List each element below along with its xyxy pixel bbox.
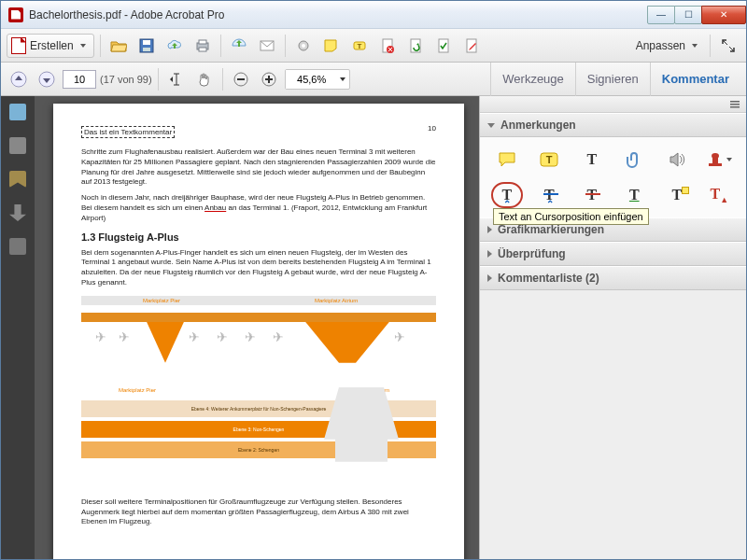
open-button[interactable] <box>106 34 131 58</box>
titlebar: Bachelorthesis.pdf - Adobe Acrobat Pro —… <box>1 1 746 29</box>
fullscreen-button[interactable] <box>716 34 740 58</box>
separator <box>100 35 101 57</box>
floppy-icon <box>138 37 155 54</box>
maximize-button[interactable]: ☐ <box>674 6 702 24</box>
main-toolbar: Erstellen T <box>1 29 746 63</box>
zoom-in-button[interactable] <box>257 67 281 91</box>
heading: 1.3 Flugsteig A-Plus <box>81 231 436 243</box>
svg-rect-2 <box>143 48 150 51</box>
page-up-button[interactable] <box>7 67 31 91</box>
envelope-icon <box>259 37 275 54</box>
stamp-icon <box>706 151 725 168</box>
figure-section: Marktplatz Pier Marktplatz Atrium Ebene … <box>81 387 436 490</box>
t-underline-icon: T <box>629 187 640 203</box>
speech-bubble-icon <box>498 151 516 168</box>
zoom-input[interactable] <box>286 70 338 89</box>
svg-rect-21 <box>730 104 740 105</box>
acrobat-icon <box>8 7 23 22</box>
signature-panel-icon[interactable] <box>9 238 26 255</box>
svg-rect-15 <box>467 39 476 52</box>
thumbnails-icon[interactable] <box>9 104 26 120</box>
tooltip: Text an Cursorposition einfügen <box>493 208 649 225</box>
page-edit-icon <box>463 37 480 54</box>
record-audio-tool[interactable] <box>661 147 693 173</box>
chevron-right-icon <box>487 226 492 233</box>
select-tool-button[interactable] <box>164 67 189 91</box>
arrow-down-icon <box>38 71 55 88</box>
page-down-button[interactable] <box>35 67 59 91</box>
chevron-right-icon <box>487 274 492 282</box>
note-icon <box>323 37 340 54</box>
print-button[interactable] <box>190 34 215 58</box>
tab-tools[interactable]: Werkzeuge <box>490 63 575 96</box>
zoom-out-button[interactable] <box>229 67 253 91</box>
figure-plan: Marktplatz Pier Marktplatz Atrium ✈ ✈ ✈ … <box>81 296 436 380</box>
text-comment[interactable]: Das ist ein Textkommentar <box>81 126 175 138</box>
customize-label: Anpassen <box>636 39 685 52</box>
sticky-note-tool[interactable] <box>491 147 523 173</box>
close-button[interactable]: ✕ <box>701 6 746 24</box>
page-count: (17 von 99) <box>100 74 152 85</box>
add-text-tool[interactable]: T <box>576 147 608 173</box>
attachments-icon[interactable] <box>9 204 26 221</box>
zoom-dropdown[interactable] <box>285 69 350 90</box>
speaker-icon <box>669 151 685 168</box>
hand-tool-button[interactable] <box>192 67 217 91</box>
text-correction-tool[interactable]: T▲ <box>704 182 736 208</box>
highlight-button[interactable]: T <box>347 34 372 58</box>
svg-rect-20 <box>730 101 740 103</box>
arrow-up-icon <box>10 71 27 88</box>
minimize-button[interactable]: — <box>647 6 675 24</box>
hand-icon <box>196 71 213 88</box>
expand-icon <box>720 37 737 54</box>
svg-rect-5 <box>199 48 206 51</box>
panel-options-row <box>480 96 746 113</box>
page-delete-icon <box>379 37 396 54</box>
highlight-text-tool[interactable]: T <box>534 147 566 173</box>
page-input[interactable] <box>63 70 96 89</box>
chevron-down-icon <box>340 77 345 81</box>
t-icon: T <box>586 151 597 168</box>
add-note-to-text-tool[interactable]: T <box>661 182 693 208</box>
gear-icon <box>295 37 312 54</box>
chevron-down-icon <box>80 44 86 48</box>
email-button[interactable] <box>255 34 279 58</box>
share-button[interactable] <box>227 34 251 58</box>
pages-icon[interactable] <box>9 137 26 154</box>
body: Das ist ein Textkommentar 10 Schritte zu… <box>1 96 746 559</box>
svg-rect-14 <box>439 39 448 52</box>
sticky-note-button[interactable] <box>319 34 344 58</box>
section-review[interactable]: Überprüfung <box>480 242 746 266</box>
tab-comment[interactable]: Kommentar <box>650 63 740 96</box>
window-title: Bachelorthesis.pdf - Adobe Acrobat Pro <box>29 8 648 21</box>
save-button[interactable] <box>134 34 159 58</box>
share-icon <box>231 37 247 54</box>
stamp-tool[interactable] <box>704 147 736 173</box>
section-comment-list[interactable]: Kommentarliste (2) <box>480 266 746 290</box>
t-strike-replace-icon: T⌃ <box>544 187 555 203</box>
cloud-button[interactable] <box>162 34 187 58</box>
paragraph: Schritte zum Flughafenausbau realisiert.… <box>81 147 436 188</box>
page-tool-button[interactable] <box>431 34 456 58</box>
section-annotations[interactable]: Anmerkungen <box>480 113 746 137</box>
document-area[interactable]: Das ist ein Textkommentar 10 Schritte zu… <box>35 96 479 559</box>
panel-options-icon[interactable] <box>729 99 740 110</box>
chevron-down-icon <box>692 44 698 48</box>
remove-page-button[interactable] <box>375 34 400 58</box>
customize-button[interactable]: Anpassen <box>629 34 704 58</box>
rotate-page-button[interactable] <box>403 34 428 58</box>
printer-icon <box>194 37 211 54</box>
insert-text-tool[interactable]: T⌃ Text an Cursorposition einfügen <box>491 182 523 208</box>
underline-tool[interactable]: T <box>619 182 651 208</box>
t-red-icon: T▲ <box>710 186 728 204</box>
attach-file-tool[interactable] <box>619 147 651 173</box>
bookmarks-icon[interactable] <box>9 171 26 188</box>
edit-page-button[interactable] <box>459 34 484 58</box>
right-tabs: Werkzeuge Signieren Kommentar <box>490 63 740 96</box>
replace-text-tool[interactable]: T⌃ <box>534 182 566 208</box>
settings-button[interactable] <box>291 34 316 58</box>
create-button[interactable]: Erstellen <box>7 34 94 58</box>
strikethrough-tool[interactable]: T <box>576 182 608 208</box>
pdf-page: Das ist ein Textkommentar 10 Schritte zu… <box>53 104 464 559</box>
tab-sign[interactable]: Signieren <box>575 63 650 96</box>
